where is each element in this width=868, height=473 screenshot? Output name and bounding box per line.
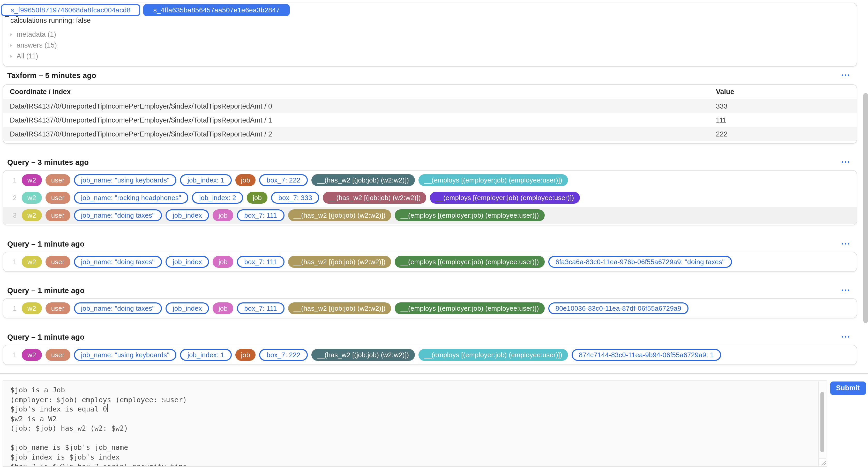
resize-grip-icon[interactable] — [819, 459, 826, 466]
tree-item-label: All (11) — [17, 52, 38, 60]
row-index: 1 — [3, 258, 17, 265]
tag-pill[interactable]: w2 — [22, 256, 42, 268]
query-row[interactable]: 1w2userjob_name: "using keyboards"job_in… — [3, 171, 857, 189]
value-pill[interactable]: job_index — [165, 256, 209, 268]
tag-pill[interactable]: __(has_w2 [(job:job) (w2:w2)]) — [311, 349, 415, 361]
coordinate-cell: Data/IRS4137/0/UnreportedTipIncomePerEmp… — [3, 102, 716, 110]
tag-pill[interactable]: __(employs [(employer:job) (employee:use… — [418, 349, 568, 361]
section-title: Query – 1 minute ago — [7, 240, 85, 248]
ellipsis-icon — [847, 161, 849, 163]
section-menu-button[interactable] — [840, 335, 850, 339]
editor-row: $job is a Job (employer: $job) employs (… — [0, 380, 868, 467]
section-title: Query – 3 minutes ago — [7, 158, 89, 166]
taxform-section-header: Taxform – 5 minutes ago — [3, 71, 857, 79]
tag-pill[interactable]: __(employs [(employer:job) (employee:use… — [395, 209, 545, 221]
value-pill[interactable]: job_name: "doing taxes" — [74, 302, 162, 314]
tag-pill[interactable]: w2 — [22, 174, 42, 186]
value-pill[interactable]: box_7: 222 — [259, 174, 308, 186]
ellipsis-icon — [841, 161, 843, 163]
tag-pill[interactable]: user — [45, 192, 70, 204]
section-menu-button[interactable] — [840, 160, 850, 164]
editor-scrollbar-thumb[interactable] — [820, 392, 824, 452]
column-header-value: Value — [716, 88, 857, 96]
row-index: 3 — [3, 212, 17, 219]
page-scrollbar-thumb[interactable] — [863, 93, 868, 323]
tag-pill[interactable]: __(has_w2 [(job:job) (w2:w2)]) — [311, 174, 415, 186]
editor-box[interactable]: $job is a Job (employer: $job) employs (… — [3, 380, 827, 467]
tag-pill[interactable]: user — [45, 302, 70, 314]
ellipsis-icon — [841, 243, 843, 245]
tag-pill[interactable]: w2 — [22, 209, 42, 221]
tree-item-answers[interactable]: answers (15) — [10, 40, 57, 50]
clipped-text-fragment — [5, 16, 9, 17]
tag-pill[interactable]: __(employs [(employer:job) (employee:use… — [395, 256, 545, 268]
section-menu-button[interactable] — [840, 242, 850, 246]
divider — [0, 373, 868, 374]
tag-pill[interactable]: __(employs [(employer:job) (employee:use… — [430, 192, 580, 204]
query-row[interactable]: 2w2userjob_name: "rocking headphones"job… — [3, 189, 857, 206]
app-root: s_f99650f8719746068da8fcac004acd8 s_4ffa… — [0, 3, 868, 473]
tag-pill[interactable]: __(employs [(employer:job) (employee:use… — [395, 302, 545, 314]
tab-session-2[interactable]: s_4ffa635ba856457aa507e1e6ea3b2847 — [144, 4, 290, 16]
value-pill[interactable]: job_index: 2 — [192, 192, 243, 204]
tag-pill[interactable]: __(has_w2 [(job:job) (w2:w2)]) — [288, 209, 391, 221]
value-pill[interactable]: job_name: "using keyboards" — [74, 174, 177, 186]
tag-pill[interactable]: job — [213, 209, 233, 221]
tag-pill[interactable]: w2 — [22, 349, 42, 361]
value-pill[interactable]: box_7: 111 — [237, 209, 284, 221]
tag-pill[interactable]: user — [45, 349, 70, 361]
value-pill[interactable]: 80e10036-83c0-11ea-87df-06f55a6729a9 — [548, 302, 689, 314]
value-pill[interactable]: job_name: "doing taxes" — [74, 209, 162, 221]
submit-button[interactable]: Submit — [830, 381, 866, 395]
value-pill[interactable]: box_7: 333 — [271, 192, 319, 204]
value-pill[interactable]: job_index — [165, 302, 209, 314]
result-tree: metadata (1) answers (15) All (11) — [10, 29, 57, 62]
section-title: Query – 1 minute ago — [7, 333, 85, 341]
query-row[interactable]: 3w2userjob_name: "doing taxes"job_indexj… — [3, 206, 857, 224]
tag-pill[interactable]: job — [213, 256, 233, 268]
value-pill[interactable]: box_7: 222 — [259, 349, 308, 361]
value-pill[interactable]: box_7: 111 — [237, 256, 284, 268]
calculations-status: calculations running: false — [10, 16, 91, 24]
tag-pill[interactable]: w2 — [22, 192, 42, 204]
tag-pill[interactable]: user — [45, 209, 70, 221]
ellipsis-icon — [844, 243, 846, 245]
query-row[interactable]: 1w2userjob_name: "doing taxes"job_indexj… — [3, 300, 857, 317]
editor-scrollbar[interactable] — [818, 381, 826, 466]
value-pill[interactable]: box_7: 111 — [237, 302, 284, 314]
section-menu-button[interactable] — [840, 73, 850, 77]
query-row[interactable]: 1w2userjob_name: "doing taxes"job_indexj… — [3, 253, 857, 271]
tag-pill[interactable]: __(has_w2 [(job:job) (w2:w2)]) — [288, 302, 391, 314]
ellipsis-icon — [844, 336, 846, 338]
ellipsis-icon — [844, 290, 846, 291]
tag-pill[interactable]: __(employs [(employer:job) (employee:use… — [418, 174, 568, 186]
value-pill[interactable]: job_index — [165, 209, 209, 221]
tag-pill[interactable]: job — [213, 302, 233, 314]
tag-pill[interactable]: user — [45, 256, 70, 268]
tag-pill[interactable]: __(has_w2 [(job:job) (w2:w2)]) — [323, 192, 427, 204]
row-index: 1 — [3, 176, 17, 184]
tag-pill[interactable]: job — [235, 349, 256, 361]
value-pill[interactable]: job_index: 1 — [180, 174, 232, 186]
tag-pill[interactable]: user — [45, 174, 70, 186]
tab-session-1[interactable]: s_f99650f8719746068da8fcac004acd8 — [1, 4, 141, 16]
query-row[interactable]: 1w2userjob_name: "using keyboards"job_in… — [3, 346, 857, 364]
value-pill[interactable]: 874c7144-83c0-11ea-9b94-06f55a6729a9: 1 — [571, 349, 721, 361]
tree-item-metadata[interactable]: metadata (1) — [10, 29, 57, 40]
chevron-right-icon — [10, 44, 12, 47]
value-pill[interactable]: job_name: "using keyboards" — [74, 349, 177, 361]
section-title: Query – 1 minute ago — [7, 286, 85, 294]
section-menu-button[interactable] — [840, 289, 850, 292]
tag-pill[interactable]: __(has_w2 [(job:job) (w2:w2)]) — [288, 256, 391, 268]
tree-item-all[interactable]: All (11) — [10, 50, 57, 62]
query-section-header: Query – 1 minute ago — [3, 240, 857, 248]
query-editor[interactable]: $job is a Job (employer: $job) employs (… — [3, 380, 827, 467]
value-pill[interactable]: job_index: 1 — [180, 349, 232, 361]
editor-text[interactable]: $job is a Job (employer: $job) employs (… — [10, 385, 816, 466]
tag-pill[interactable]: job — [235, 174, 256, 186]
value-pill[interactable]: job_name: "rocking headphones" — [74, 192, 188, 204]
tag-pill[interactable]: w2 — [22, 302, 42, 314]
tag-pill[interactable]: job — [247, 192, 268, 204]
value-pill[interactable]: job_name: "doing taxes" — [74, 256, 162, 268]
value-pill[interactable]: 6fa3ca6a-83c0-11ea-976b-06f55a6729a9: "d… — [548, 256, 732, 268]
